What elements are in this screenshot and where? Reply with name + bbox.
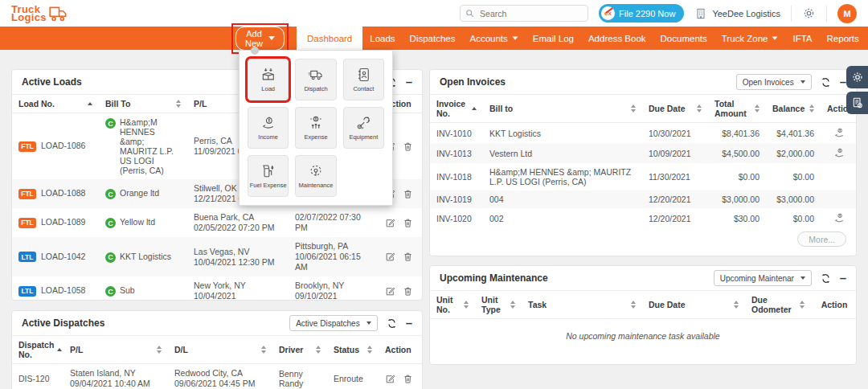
receive-payment-button[interactable] (833, 127, 845, 139)
col-dispatch-no[interactable]: Dispatch No. (12, 336, 63, 364)
minimize-button[interactable]: – (406, 78, 412, 86)
edit-icon (385, 218, 395, 228)
delete-button[interactable] (403, 286, 413, 297)
sort-icon (697, 104, 702, 113)
trash-icon (403, 141, 413, 152)
sort-icon (755, 104, 760, 113)
truck-logo-icon (48, 4, 69, 23)
business-switcher[interactable]: YeeDee Logistics (694, 7, 780, 20)
add-new-button[interactable]: Add New (235, 27, 285, 51)
report-float-button[interactable] (846, 92, 868, 114)
delete-button[interactable] (403, 374, 413, 384)
settings-float-button[interactable] (846, 66, 868, 88)
col-pl[interactable]: P/L (63, 336, 168, 364)
delete-button[interactable] (403, 189, 413, 199)
tab-accounts[interactable]: Accounts (463, 27, 526, 50)
delete-button[interactable] (403, 252, 413, 262)
sort-icon (157, 346, 162, 354)
col-unit-no[interactable]: Unit No. (430, 291, 475, 319)
table-row: INV-1019 004 12/20/2021 $3,000.00 $3,000… (430, 190, 857, 208)
pay-icon (833, 147, 845, 159)
col-task[interactable]: Task (522, 291, 642, 319)
col-due-date[interactable]: Due Date (642, 291, 745, 319)
chevron-down-icon (800, 80, 805, 84)
menu-item-label: Contact (353, 85, 374, 92)
tab-address-book[interactable]: Address Book (581, 27, 653, 50)
menu-item-dispatch[interactable]: Dispatch (295, 59, 336, 100)
edit-button[interactable] (385, 218, 395, 228)
menu-item-equipment[interactable]: Equipment (343, 107, 384, 149)
tab-dashboard[interactable]: Dashboard (297, 27, 362, 50)
col-bill-to[interactable]: Bill To (99, 95, 187, 113)
due-date: 10/09/2021 (642, 143, 708, 163)
receive-payment-button[interactable] (833, 147, 845, 159)
tab-ifta[interactable]: IFTA (785, 27, 819, 50)
refresh-button[interactable] (387, 318, 397, 329)
search-input[interactable] (460, 5, 588, 22)
file-2290-label: File 2290 Now (619, 9, 675, 18)
trucklogics-logo[interactable]: Truck Logics (11, 4, 69, 23)
file-2290-button[interactable]: ex File 2290 Now (599, 4, 684, 23)
col-total-amount[interactable]: Total Amount (708, 95, 766, 123)
driver-name: Benny Randy (272, 364, 327, 389)
edit-button[interactable] (385, 374, 395, 384)
edit-button[interactable] (385, 286, 395, 297)
balance: $4,401.36 (766, 123, 821, 144)
more-button[interactable]: More... (797, 231, 846, 247)
menu-notch (251, 47, 259, 55)
avatar[interactable]: M (837, 4, 857, 23)
edit-button[interactable] (385, 252, 395, 262)
select-value: Active Dispatches (296, 319, 359, 328)
col-invoice-no[interactable]: Invoice No. (430, 95, 483, 123)
col-load-no[interactable]: Load No. (12, 95, 99, 113)
refresh-button[interactable] (821, 77, 831, 88)
menu-item-maintenance[interactable]: Maintenance (295, 155, 336, 197)
menu-item-contact[interactable]: Contact (343, 59, 384, 100)
tab-dispatches[interactable]: Dispatches (403, 27, 463, 50)
menu-item-fuel-expense[interactable]: Fuel Expense (248, 155, 289, 197)
receive-payment-button[interactable] (833, 212, 845, 224)
open-invoices-select[interactable]: Open Invoices (736, 74, 812, 90)
edit-icon (385, 252, 395, 262)
customer-badge: C (105, 252, 116, 263)
minimize-button[interactable]: – (406, 319, 412, 327)
tab-loads[interactable]: Loads (362, 27, 402, 50)
menu-item-load[interactable]: Load (248, 59, 289, 100)
minimize-button[interactable]: – (840, 78, 846, 86)
customer-badge: C (105, 286, 116, 297)
menu-item-expense[interactable]: Expense (295, 107, 336, 149)
load-no: LOAD-1089 (41, 217, 85, 227)
balance: $3,000.00 (766, 190, 821, 208)
open-invoices-panel: Open Invoices Open Invoices – Invoice No… (429, 69, 857, 256)
col-status[interactable]: Status (327, 336, 379, 364)
delete-button[interactable] (403, 218, 413, 228)
sort-icon (809, 104, 814, 113)
minimize-button[interactable]: – (840, 274, 846, 282)
col-balance[interactable]: Balance (766, 95, 821, 123)
status-badge: Enroute (327, 364, 379, 389)
add-new-label: Add New (245, 29, 263, 48)
col-due-odometer[interactable]: Due Odometer (745, 291, 811, 319)
table-row: LTLLOAD-1058 CSub New York, NY10/04/2021… (12, 276, 423, 301)
col-due-date[interactable]: Due Date (642, 95, 708, 123)
customer-badge: C (105, 189, 116, 199)
col-dl[interactable]: D/L (168, 336, 272, 364)
active-dispatches-select[interactable]: Active Dispatches (289, 315, 377, 331)
delete-button[interactable] (403, 141, 413, 152)
tab-reports[interactable]: Reports (820, 27, 866, 50)
tab-truck-zone[interactable]: Truck Zone (714, 27, 786, 50)
menu-item-label: Maintenance (299, 182, 334, 189)
col-bill-to[interactable]: Bill to (483, 95, 642, 123)
refresh-button[interactable] (821, 273, 831, 284)
settings-button[interactable] (802, 6, 816, 20)
tab-documents[interactable]: Documents (653, 27, 714, 50)
table-row: DIS-120 Staten Island, NY09/04/2021 10:4… (12, 364, 423, 389)
tab-email-log[interactable]: Email Log (526, 27, 581, 50)
upcoming-maintenance-select[interactable]: Upcoming Maintenance (714, 270, 812, 286)
edit-icon (385, 374, 395, 384)
refresh-icon (821, 273, 831, 284)
search-icon (465, 8, 475, 18)
col-unit-type[interactable]: Unit Type (475, 291, 522, 319)
menu-item-income[interactable]: Income (248, 107, 289, 149)
col-driver[interactable]: Driver (272, 336, 327, 364)
